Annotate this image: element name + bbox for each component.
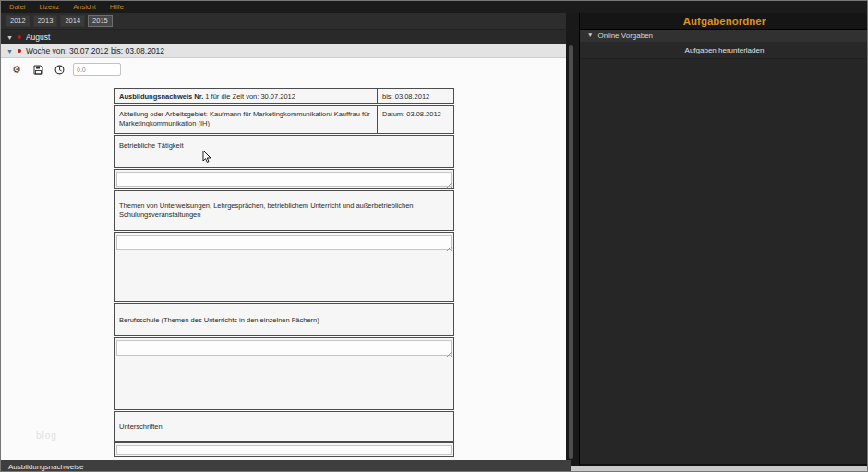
section-input-berufsschule (114, 337, 454, 410)
menu-bar: Datei Lizenz Ansicht Hilfe (1, 1, 868, 13)
panel-title: Aufgabenordner (580, 13, 868, 29)
report-datum: Datum: 03.08.2012 (378, 106, 453, 133)
group-label: Online Vorgaben (597, 31, 653, 40)
report-title-rest: 1 für die Zeit von: 30.07.2012 (203, 92, 295, 101)
report-title-bold: Ausbildungsnachweis Nr. (119, 92, 203, 101)
chevron-down-icon[interactable]: ▼ (6, 48, 13, 54)
section-label-berufsschule: Berufsschule (Themen des Unterrichts in … (114, 303, 454, 336)
form-header-row2: Abteilung oder Arbeitsgebiet: Kaufmann f… (114, 105, 454, 134)
report-title: Ausbildungsnachweis Nr. 1 für die Zeit v… (115, 89, 378, 103)
aufgabenordner-panel: Aufgabenordner ▼ Online Vorgaben Aufgabe… (579, 13, 868, 466)
vertical-scrollbar[interactable] (569, 45, 573, 459)
tab-2013[interactable]: 2013 (33, 15, 58, 28)
month-group-august[interactable]: ▼ August (1, 30, 566, 44)
menu-hilfe[interactable]: Hilfe (110, 3, 124, 11)
section-label-unterschriften: Unterschriften (114, 411, 454, 442)
themen-textarea[interactable] (116, 235, 452, 250)
month-label: August (26, 32, 50, 42)
tab-2012[interactable]: 2012 (6, 15, 30, 28)
status-dot-icon (18, 35, 21, 39)
status-dot-icon (18, 49, 21, 53)
chevron-down-icon[interactable]: ▼ (6, 34, 13, 41)
berufsschule-textarea[interactable] (116, 340, 452, 356)
report-department: Abteilung oder Arbeitsgebiet: Kaufmann f… (115, 106, 378, 133)
gear-icon[interactable]: ⚙ (11, 64, 22, 75)
week-group-row[interactable]: ▼ Woche von: 30.07.2012 bis: 03.08.2012 (1, 44, 566, 58)
report-bis-date: bis: 03.08.2012 (378, 89, 453, 103)
menu-lizenz[interactable]: Lizenz (40, 3, 60, 11)
window-bottom-edge (571, 466, 868, 472)
save-icon[interactable] (32, 64, 43, 75)
mouse-cursor-icon (202, 150, 212, 163)
section-label-themen: Themen von Unterweisungen, Lehrgespräche… (114, 190, 454, 231)
status-bar: Ausbildungsnachweise (1, 460, 571, 472)
tab-2014[interactable]: 2014 (60, 15, 85, 28)
week-toolbar: ⚙ (1, 58, 566, 80)
menu-ansicht[interactable]: Ansicht (73, 3, 96, 11)
week-label: Woche von: 30.07.2012 bis: 03.08.2012 (26, 46, 164, 55)
status-text: Ausbildungsnachweise (8, 463, 83, 471)
watermark-text: blog (36, 430, 57, 441)
online-vorgaben-group[interactable]: ▼ Online Vorgaben (580, 29, 868, 42)
training-report-form: Ausbildungsnachweis Nr. 1 für die Zeit v… (114, 88, 454, 458)
menu-datei[interactable]: Datei (9, 3, 26, 11)
betriebliche-taetigkeit-textarea[interactable] (116, 172, 452, 187)
left-pane: 2012 2013 2014 2015 ▼ August ▼ Woche von… (1, 13, 566, 460)
tab-2015[interactable]: 2015 (88, 15, 113, 28)
section-label-betriebliche-taetigkeit: Betriebliche Tätigkeit (114, 135, 454, 168)
app-window: Datei Lizenz Ansicht Hilfe 2012 2013 201… (0, 0, 868, 472)
download-tasks-button[interactable]: Aufgaben herunterladen (580, 42, 868, 59)
section-input-unterschriften (114, 442, 454, 457)
pane-splitter[interactable] (566, 13, 579, 466)
form-header-row1: Ausbildungsnachweis Nr. 1 für die Zeit v… (114, 88, 454, 104)
hours-input[interactable] (73, 63, 121, 76)
year-tab-bar: 2012 2013 2014 2015 (1, 13, 566, 30)
unterschriften-textarea[interactable] (116, 445, 452, 455)
chevron-down-icon[interactable]: ▼ (587, 32, 593, 39)
clock-icon[interactable] (54, 64, 65, 75)
section-input-themen (114, 232, 454, 302)
section-input-betriebliche-taetigkeit (114, 169, 454, 189)
